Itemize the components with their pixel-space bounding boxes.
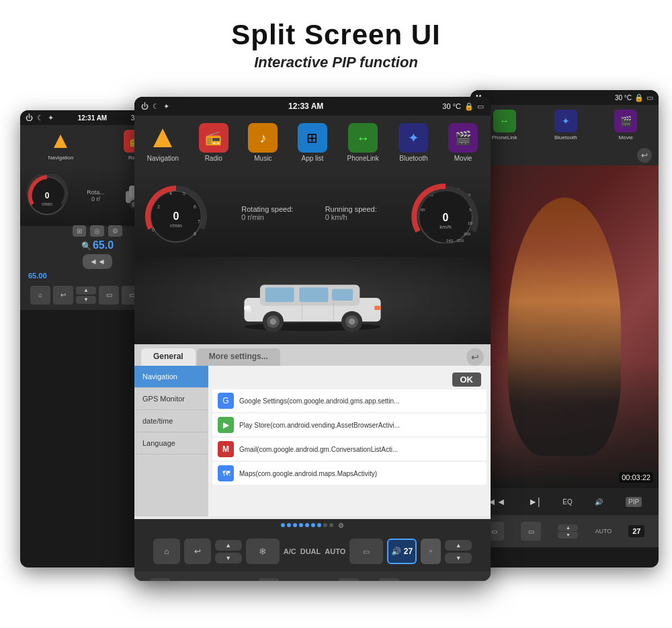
- main-ctrl-btn2[interactable]: ▭: [349, 539, 383, 564]
- back-rpm-label: Rota... 0 r/: [87, 189, 105, 202]
- brightness-icon: ✦: [48, 114, 54, 122]
- right-screen-icon: ▭: [646, 93, 653, 102]
- moon-icon: ☾: [37, 114, 44, 122]
- back-up-btn[interactable]: ▲: [76, 286, 96, 295]
- right-hvac-down[interactable]: ▼: [558, 532, 578, 539]
- main-maps-icon: 🗺: [218, 465, 234, 481]
- main-back-btn[interactable]: ↩: [184, 539, 211, 564]
- main-tab-more[interactable]: More settings...: [197, 348, 280, 366]
- back-nav-item[interactable]: Navigation: [48, 130, 74, 161]
- main-radio-label: Radio: [205, 155, 222, 162]
- main-applist-item[interactable]: ⊞ App list: [298, 123, 327, 162]
- main-defrost-btn[interactable]: 💨: [259, 578, 279, 581]
- dot-7: [317, 523, 321, 527]
- back-scan-btn[interactable]: ◎: [90, 225, 104, 237]
- right-back-btn[interactable]: ↩: [637, 148, 652, 163]
- dots-icon: ⚙: [338, 522, 344, 529]
- main-ok-button[interactable]: OK: [452, 372, 482, 387]
- main-temp: 30 °C: [442, 102, 461, 110]
- main-music-item[interactable]: ♪ Music: [248, 123, 278, 162]
- main-vol-sm-btn[interactable]: +: [421, 539, 441, 564]
- main-ok-bar: OK: [212, 370, 487, 389]
- main-phonelink-item[interactable]: ↔ PhoneLink: [347, 123, 379, 162]
- main-title: Split Screen UI: [231, 19, 440, 51]
- main-sidebar-gps[interactable]: GPS Monitor: [134, 388, 208, 410]
- back-back-btn[interactable]: ↩: [53, 286, 73, 305]
- back-ctrl1[interactable]: ▭: [99, 286, 119, 305]
- right-eq-btn[interactable]: EQ: [562, 498, 572, 506]
- main-app-item-2[interactable]: M Gmail(com.google.android.gm.Conversati…: [212, 438, 487, 461]
- right-movie-item[interactable]: 🎬 Movie: [614, 110, 637, 141]
- main-playstore-icon: ▶: [218, 417, 234, 433]
- svg-rect-38: [332, 289, 353, 301]
- right-phonelink-label: PhoneLink: [492, 134, 517, 141]
- main-fan-up[interactable]: ▲: [190, 581, 210, 582]
- right-video-placeholder: 00:03:22: [470, 165, 659, 488]
- right-vol-btn[interactable]: 🔊: [595, 498, 603, 506]
- main-settings-back[interactable]: ↩: [466, 348, 484, 366]
- back-home-btn[interactable]: ⌂: [30, 286, 50, 305]
- header-section: Split Screen UI Interactive PIP function: [231, 0, 440, 83]
- main-up-btn[interactable]: ▲: [215, 540, 242, 551]
- svg-point-41: [270, 319, 276, 325]
- right-pip-btn[interactable]: PIP: [626, 497, 642, 507]
- back-settings-btn[interactable]: ⚙: [108, 225, 122, 237]
- main-hvac-icon[interactable]: ❄: [246, 539, 280, 564]
- main-arrow-col2: ▲ ▼: [445, 540, 472, 563]
- main-radio-item[interactable]: 📻 Radio: [199, 123, 228, 162]
- main-music-icon: ♪: [248, 123, 278, 153]
- main-nav-arrow: [153, 128, 172, 147]
- main-right-status: 30 °C 🔒 ▭: [442, 102, 484, 111]
- svg-text:8: 8: [194, 231, 196, 236]
- right-phonelink-item[interactable]: ↔ PhoneLink: [492, 110, 517, 141]
- main-applist-icon: ⊞: [298, 123, 327, 153]
- main-car-svg: [228, 264, 396, 338]
- main-ac-btn[interactable]: A/C: [339, 578, 359, 581]
- main-phonelink-label: PhoneLink: [347, 155, 379, 162]
- right-movie-icon: 🎬: [614, 110, 637, 132]
- back-prev-btn[interactable]: ◄◄: [83, 254, 112, 269]
- back-eq-btn[interactable]: ⊞: [73, 225, 86, 237]
- main-hvac-ctrl2[interactable]: ▭: [379, 578, 399, 581]
- main-down2-btn[interactable]: ▼: [445, 553, 472, 563]
- dot-2: [287, 523, 291, 527]
- main-running-label: Running speed:: [325, 205, 377, 213]
- right-temp: 30 °C: [615, 94, 632, 102]
- main-bluetooth-item[interactable]: ✦ Bluetooth: [398, 123, 428, 162]
- main-home-btn[interactable]: ⌂: [153, 539, 180, 564]
- main-temp-up[interactable]: ▲: [299, 581, 319, 582]
- right-bluetooth-item[interactable]: ✦ Bluetooth: [554, 110, 577, 141]
- main-running-value: 0 km/h: [325, 213, 377, 221]
- page-container: Split Screen UI Interactive PIP function…: [0, 0, 672, 628]
- svg-rect-36: [265, 287, 294, 302]
- main-settings-sidebar: Navigation GPS Monitor date/time Languag…: [134, 366, 208, 516]
- main-auto-label: AUTO: [325, 547, 345, 555]
- dot-8: [323, 523, 327, 527]
- svg-text:0: 0: [173, 210, 179, 222]
- main-up2-btn[interactable]: ▲: [445, 540, 472, 551]
- main-fan-btn[interactable]: ❄: [150, 578, 170, 581]
- main-app-item-1[interactable]: ▶ Play Store(com.android.vending.AssetBr…: [212, 414, 487, 436]
- right-next-btn[interactable]: ►|: [528, 496, 540, 507]
- main-rotating-label: Rotating speed:: [241, 205, 293, 213]
- right-app-nav: ↔ PhoneLink ✦ Bluetooth 🎬 Movie: [470, 105, 659, 145]
- main-app-item-3[interactable]: 🗺 Maps(com.google.android.maps.MapsActiv…: [212, 462, 487, 485]
- main-settings-panel: General More settings... ↩ Navigation GP…: [134, 344, 491, 519]
- main-movie-item[interactable]: 🎬 Movie: [448, 123, 478, 162]
- main-hvac-up2[interactable]: ▲: [419, 581, 439, 582]
- main-fan-level: ▲ ▼: [190, 581, 210, 582]
- right-hvac-up[interactable]: ▲: [558, 524, 578, 531]
- main-sidebar-datetime[interactable]: date/time: [134, 410, 208, 432]
- right-hvac-row: ▭ ▭ ▲ ▼ AUTO 27: [470, 515, 659, 547]
- main-app-item-0[interactable]: G Google Settings(com.google.android.gms…: [212, 389, 487, 412]
- main-sidebar-language[interactable]: Language: [134, 432, 208, 455]
- main-dots-indicator: ⚙: [134, 519, 491, 531]
- main-tab-general[interactable]: General: [141, 348, 196, 366]
- main-down-btn[interactable]: ▼: [215, 553, 242, 563]
- main-sidebar-navigation[interactable]: Navigation: [134, 366, 208, 388]
- screens-container: ⏻ ☾ ✦ 12:31 AM 30 °C 🔒 ▭ Navigation: [13, 90, 659, 588]
- right-hvac-ctrl2[interactable]: ▭: [521, 522, 541, 541]
- back-down-btn[interactable]: ▼: [76, 296, 96, 304]
- main-nav-item[interactable]: Navigation: [147, 123, 179, 162]
- main-gmail-label: Gmail(com.google.android.gm.Conversation…: [239, 446, 398, 453]
